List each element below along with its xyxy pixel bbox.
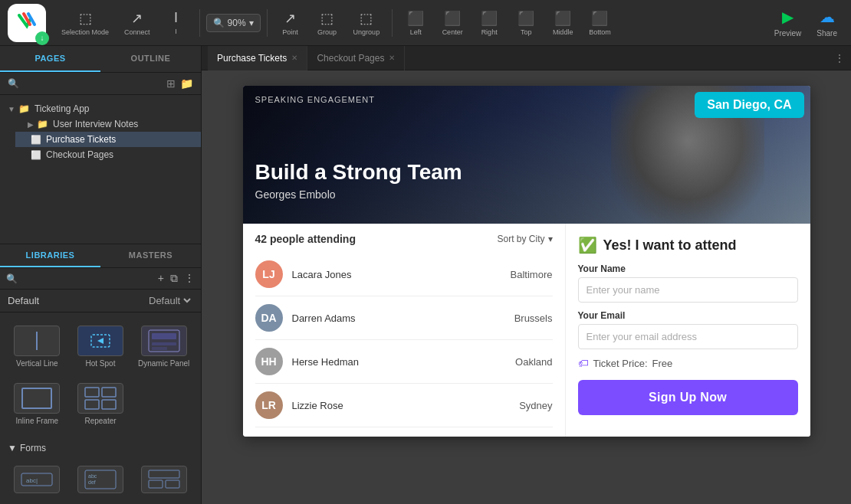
- svg-rect-15: [149, 480, 163, 488]
- component-hot-spot[interactable]: Hot Spot: [70, 319, 132, 375]
- repeater-label: Repeater: [84, 417, 116, 425]
- tab-masters[interactable]: MASTERS: [100, 244, 201, 267]
- share-icon: ☁: [820, 8, 835, 26]
- divider-1: [199, 9, 200, 37]
- component-inline-frame[interactable]: Inline Frame: [6, 376, 68, 432]
- bottom-section: 42 people attending Sort by City ▾ LJ La…: [243, 224, 810, 437]
- libraries-tabs: LIBRARIES MASTERS: [0, 244, 201, 268]
- tab-purchase-tickets[interactable]: Purchase Tickets ✕: [208, 46, 307, 70]
- tab-libraries[interactable]: LIBRARIES: [0, 244, 100, 267]
- libraries-search-input[interactable]: [21, 273, 155, 284]
- svg-rect-3: [152, 342, 176, 345]
- svg-text:abc|: abc|: [26, 477, 38, 484]
- align-left-button[interactable]: ⬛ Left: [399, 7, 432, 39]
- hero-text: Build a Strong Team Georges Embolo: [255, 159, 462, 201]
- zoom-value: 90%: [228, 18, 246, 28]
- zoom-control[interactable]: 🔍 90% ▾: [206, 14, 261, 32]
- insert-icon: I: [174, 10, 178, 26]
- insert-button[interactable]: I I: [159, 7, 193, 38]
- download-badge: ↓: [35, 31, 49, 45]
- tree-root[interactable]: ▼ 📁 Ticketing App: [0, 101, 201, 116]
- tab-purchase-close[interactable]: ✕: [291, 54, 297, 62]
- sidebar: PAGES OUTLINE 🔍 ⊞ 📁 ▼ 📁 Ticketing App ▶ …: [0, 46, 202, 504]
- sidebar-tabs: PAGES OUTLINE: [0, 46, 201, 73]
- content-area: Purchase Tickets ✕ Checkout Pages ✕ ⋮: [202, 46, 851, 504]
- default-label: Default: [8, 295, 39, 306]
- form-layout[interactable]: [133, 461, 195, 501]
- connect-button[interactable]: ↗ Connect: [118, 7, 156, 39]
- tree-item-checkout-pages[interactable]: ⬜ Checkout Pages: [15, 147, 201, 162]
- search-icon: 🔍: [8, 78, 19, 89]
- sort-label: Sort by City: [497, 234, 544, 244]
- attendees-list: 42 people attending Sort by City ▾ LJ La…: [243, 224, 565, 437]
- ungroup-icon: ⬚: [360, 10, 373, 27]
- align-top-button[interactable]: ⬛ Top: [509, 7, 543, 39]
- tab-outline[interactable]: OUTLINE: [100, 46, 201, 72]
- lib-search-icon: 🔍: [6, 273, 18, 284]
- forms-header[interactable]: ▼ Forms: [0, 438, 201, 458]
- signup-form: ✅ Yes! I want to attend Your Name Your E…: [565, 224, 810, 437]
- lib-menu-icon[interactable]: ⋮: [184, 272, 195, 285]
- group-button[interactable]: ⬚ Group: [310, 7, 344, 39]
- email-input[interactable]: [578, 324, 798, 349]
- app-logo: ↓: [8, 4, 46, 42]
- signup-button[interactable]: Sign Up Now: [578, 380, 798, 415]
- lib-add-icon[interactable]: +: [158, 272, 164, 285]
- hot-spot-preview: [77, 326, 123, 356]
- table-row: LR Lizzie Rose Sydney: [255, 384, 553, 427]
- lib-copy-icon[interactable]: ⧉: [170, 272, 178, 285]
- preview-button[interactable]: ▶ Preview: [768, 5, 808, 41]
- align-center-button[interactable]: ⬛ Center: [435, 7, 469, 39]
- page-icon-checkout: ⬜: [31, 150, 41, 160]
- tree-item-user-interview-notes[interactable]: ▶ 📁 User Interview Notes: [15, 116, 201, 132]
- pages-search-input[interactable]: [22, 78, 163, 89]
- svg-text:abc: abc: [88, 473, 97, 479]
- tab-checkout-pages[interactable]: Checkout Pages ✕: [307, 46, 405, 70]
- dynamic-panel-label: Dynamic Panel: [138, 359, 189, 368]
- forms-label: Forms: [20, 443, 46, 453]
- tree-item-purchase-tickets[interactable]: ⬜ Purchase Tickets: [15, 132, 201, 147]
- pages-tree: ▼ 📁 Ticketing App ▶ 📁 User Interview Not…: [0, 95, 201, 244]
- preview-icon: ▶: [782, 8, 794, 26]
- form-text-input[interactable]: abc|: [6, 461, 68, 501]
- dynamic-panel-visual: [147, 329, 181, 353]
- avatar: HH: [255, 348, 283, 375]
- attendee-city: Brussels: [514, 313, 553, 324]
- dynamic-panel-preview: [141, 326, 187, 356]
- tab-pages[interactable]: PAGES: [0, 46, 100, 72]
- default-selector: Default Default: [0, 290, 201, 313]
- share-button[interactable]: ☁ Share: [810, 5, 843, 41]
- vertical-line-preview: [14, 326, 60, 356]
- selection-mode-button[interactable]: ⬚ Selection Mode: [55, 7, 115, 39]
- align-right-button[interactable]: ⬛ Right: [472, 7, 506, 39]
- name-input[interactable]: [578, 277, 798, 303]
- align-bottom-button[interactable]: ⬛ Bottom: [583, 7, 617, 39]
- ticket-value: Free: [652, 358, 673, 369]
- ungroup-button[interactable]: ⬚ Ungroup: [347, 7, 386, 39]
- component-repeater[interactable]: Repeater: [70, 376, 132, 432]
- add-page-icon[interactable]: ⊞: [166, 77, 176, 90]
- tab-purchase-label: Purchase Tickets: [217, 53, 287, 64]
- ticket-icon: 🏷: [578, 357, 589, 369]
- vertical-line-label: Vertical Line: [16, 359, 58, 368]
- add-folder-icon[interactable]: 📁: [180, 77, 193, 90]
- form-multiline-input[interactable]: abc def: [70, 461, 132, 501]
- component-vertical-line[interactable]: Vertical Line: [6, 319, 68, 375]
- tab-checkout-close[interactable]: ✕: [389, 54, 395, 62]
- library-dropdown[interactable]: Default: [146, 294, 193, 307]
- hero-title: Build a Strong Team: [255, 159, 462, 185]
- align-top-icon: ⬛: [518, 10, 534, 27]
- zoom-icon: 🔍: [213, 18, 225, 28]
- point-button[interactable]: ↗ Point: [274, 7, 307, 39]
- svg-rect-14: [149, 470, 179, 478]
- form-title-text: Yes! I want to attend: [603, 237, 737, 254]
- tabs-expand-icon[interactable]: ⋮: [834, 52, 845, 64]
- sort-control[interactable]: Sort by City ▾: [497, 234, 552, 244]
- pages-search: 🔍 ⊞ 📁: [0, 73, 201, 95]
- component-dynamic-panel[interactable]: Dynamic Panel: [133, 319, 195, 375]
- form-title: ✅ Yes! I want to attend: [578, 236, 798, 254]
- expand-arrow: ▼: [8, 105, 15, 113]
- page-label-purchase: Purchase Tickets: [46, 134, 116, 145]
- align-middle-icon: ⬛: [554, 10, 571, 27]
- align-middle-button[interactable]: ⬛ Middle: [546, 7, 580, 39]
